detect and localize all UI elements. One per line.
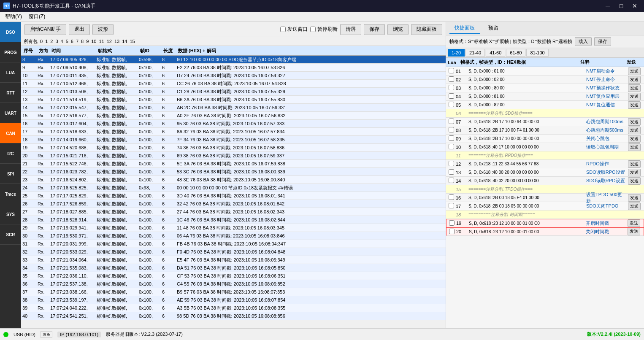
- table-row[interactable]: 35Rx.17:07:22.036.110,标准帧.数据帧,0x100,6CF …: [21, 272, 446, 280]
- lua-row[interactable]: 14S, D, 0x618 :40 02 20 00 00 00 00 00SD…: [446, 177, 644, 185]
- page-tab-1-20[interactable]: 1-20: [448, 49, 465, 57]
- clear-button[interactable]: 清屏: [340, 24, 361, 35]
- lua-row[interactable]: 19S, D, 0x618 :23 12 10 00 00 01 00 C0开启…: [446, 219, 644, 227]
- table-row[interactable]: 23Rx.17:07:16.524.802,标准帧.数据帧,0x100,648 …: [21, 176, 446, 184]
- table-row[interactable]: 8Rx.17:07:09.405.426,标准帧.数据帧,0x598,860 1…: [21, 56, 446, 64]
- table-row[interactable]: 24Rx.17:07:16.525.825,标准帧.数据帧,0x98,800 0…: [21, 184, 446, 192]
- table-row[interactable]: 20Rx.17:07:15.021.716,标准帧.数据帧,0x100,669 …: [21, 152, 446, 160]
- send-button-20[interactable]: 发送: [628, 228, 640, 235]
- table-row[interactable]: 39Rx.17:07:24.040.222,标准帧.数据帧,0x100,6A3 …: [21, 304, 446, 312]
- table-row[interactable]: 21Rx.17:07:15.522.746,标准帧.数据帧,0x100,65E …: [21, 160, 446, 168]
- table-row[interactable]: 37Rx.17:07:23.038.166,标准帧.数据帧,0x100,6B9 …: [21, 288, 446, 296]
- table-row[interactable]: 29Rx.17:07:19.029.941,标准帧.数据帧,0x100,611 …: [21, 224, 446, 232]
- sidebar-item-i2c[interactable]: I2C: [0, 143, 21, 164]
- table-row[interactable]: 25Rx.17:07:17.025.829,标准帧.数据帧,0x100,63D …: [21, 192, 446, 200]
- send-button-03[interactable]: 发送: [628, 84, 641, 92]
- pause-checkbox[interactable]: 暂停刷新: [310, 26, 338, 33]
- lua-row[interactable]: 10S, D, 0x618 :40 17 10 00 00 00 00 00读取…: [446, 143, 644, 151]
- lua-row[interactable]: 01S, D, 0x000 : 01 00NMT启动命令发送: [446, 67, 644, 76]
- minimize-button[interactable]: ─: [602, 2, 614, 10]
- tab-quick-panel[interactable]: 快捷面板: [449, 23, 480, 34]
- sidebar-item-lua[interactable]: LUA: [0, 62, 21, 83]
- table-row[interactable]: 33Rx.17:07:21.034.064,标准帧.数据帧,0x100,6E5 …: [21, 256, 446, 264]
- page-tab-61-80[interactable]: 61-80: [506, 49, 525, 57]
- lua-row[interactable]: 12S, D, 0x218 :11 22 33 44 55 66 77 88RP…: [446, 160, 644, 168]
- send-button-09[interactable]: 发送: [628, 135, 641, 143]
- table-row[interactable]: 30Rx.17:07:19.530.971,标准帧.数据帧,0x100,606 …: [21, 232, 446, 240]
- table-row[interactable]: 11Rx.17:07:10.512.466,标准帧.数据帧,0x100,6CC …: [21, 80, 446, 88]
- send-button-13[interactable]: 发送: [628, 169, 641, 176]
- lua-row[interactable]: 20S, D, 0x618 :23 12 10 00 00 01 00 00关闭…: [446, 227, 644, 236]
- table-row[interactable]: 40Rx.17:07:24.541.251,标准帧.数据帧,0x100,698 …: [21, 312, 446, 320]
- send-button-02[interactable]: 发送: [628, 76, 641, 84]
- table-row[interactable]: 9Rx.17:07:09.510.408,标准帧.数据帧,0x100,6E2 2…: [21, 64, 446, 72]
- table-row[interactable]: 12Rx.17:07:11.013.508,标准帧.数据帧,0x100,6C1 …: [21, 88, 446, 96]
- tab-reserved[interactable]: 预留: [483, 23, 503, 34]
- menu-window[interactable]: 窗口(Z): [25, 12, 49, 21]
- sidebar-item-sys[interactable]: SYS: [0, 204, 21, 224]
- send-button-10[interactable]: 发送: [628, 143, 641, 151]
- table-row[interactable]: 14Rx.17:07:12.015.547,标准帧.数据帧,0x100,6AB …: [21, 104, 446, 112]
- table-row[interactable]: 36Rx.17:07:22.537.138,标准帧.数据帧,0x100,6C4 …: [21, 280, 446, 288]
- page-tab-81-100[interactable]: 81-100: [526, 49, 548, 57]
- lua-row[interactable]: 13S, D, 0x618 :40 00 20 00 00 00 00 00SD…: [446, 168, 644, 177]
- lua-row[interactable]: 08S, D, 0x618 :2B 17 10 00 F4 01 00 00心跳…: [446, 126, 644, 135]
- send-button-12[interactable]: 发送: [628, 160, 641, 168]
- header-time: 时间: [50, 48, 96, 54]
- browse-button[interactable]: 浏览: [387, 24, 409, 35]
- sidebar-item-scr[interactable]: SCR: [0, 224, 21, 245]
- table-row[interactable]: 18Rx.17:07:14.019.660,标准帧.数据帧,0x100,67F …: [21, 136, 446, 144]
- table-row[interactable]: 19Rx.17:07:14.520.688,标准帧.数据帧,0x100,674 …: [21, 144, 446, 152]
- table-row[interactable]: 10Rx.17:07:10.011.435,标准帧.数据帧,0x100,6D7 …: [21, 72, 446, 80]
- lua-row[interactable]: 16S, D, 0x618 :2B 00 18 05 F4 01 00 00设置…: [446, 194, 644, 202]
- close-button[interactable]: ✕: [629, 2, 641, 10]
- table-row[interactable]: 34Rx.17:07:21.535.083,标准帧.数据帧,0x100,6DA …: [21, 264, 446, 272]
- send-button-19[interactable]: 发送: [628, 219, 640, 227]
- send-button-05[interactable]: 发送: [628, 101, 641, 109]
- send-window-checkbox[interactable]: 发送窗口: [280, 26, 308, 33]
- start-can-button[interactable]: 启动CAN助手: [24, 24, 66, 35]
- table-row[interactable]: 16Rx.17:07:13.017.604,标准帧.数据帧,0x100,695 …: [21, 120, 446, 128]
- send-button-08[interactable]: 发送: [628, 127, 641, 134]
- sidebar-item-trace[interactable]: Trace: [0, 184, 21, 204]
- hide-panel-button[interactable]: 隐藏面板: [411, 24, 442, 35]
- menu-help[interactable]: 帮助(Y): [2, 12, 25, 21]
- lua-row[interactable]: 05S, D, 0x000 : 82 00NMT复位通信发送: [446, 101, 644, 109]
- page-tab-21-40[interactable]: 21-40: [465, 49, 485, 57]
- load-button[interactable]: 载入: [575, 37, 592, 46]
- lua-row[interactable]: 17S, D, 0x618 :2B 00 18 05 00 00 00 00SD…: [446, 202, 644, 210]
- table-row[interactable]: 17Rx.17:07:13.518.633,标准帧.数据帧,0x100,68A …: [21, 128, 446, 136]
- table-row[interactable]: 26Rx.17:07:17.526.859,标准帧.数据帧,0x100,632 …: [21, 200, 446, 208]
- send-button-04[interactable]: 发送: [628, 93, 641, 100]
- sidebar-item-rtt[interactable]: RTT: [0, 83, 21, 103]
- table-row[interactable]: 22Rx.17:07:16.023.782,标准帧.数据帧,0x100,653 …: [21, 168, 446, 176]
- send-button-07[interactable]: 发送: [628, 118, 641, 126]
- sidebar-item-spi[interactable]: SPI: [0, 164, 21, 184]
- lua-row[interactable]: 02S, D, 0x000 : 02 00NMT停止命令发送: [446, 76, 644, 84]
- sidebar-item-prog[interactable]: PROG: [0, 42, 21, 62]
- lua-row[interactable]: 07S, D, 0x618 :2B 17 10 00 64 00 00 00心跳…: [446, 118, 644, 126]
- right-save-button[interactable]: 保存: [594, 37, 611, 46]
- page-tab-41-60[interactable]: 41-60: [486, 49, 505, 57]
- table-row[interactable]: 38Rx.17:07:23.539.197,标准帧.数据帧,0x100,6AE …: [21, 296, 446, 304]
- table-row[interactable]: 13Rx.17:07:11.514.519,标准帧.数据帧,0x100,6B6 …: [21, 96, 446, 104]
- lua-row[interactable]: 04S, D, 0x000 : 81 00NMT复位应用层发送: [446, 92, 644, 101]
- sidebar-item-dso[interactable]: DSO: [0, 22, 21, 42]
- table-row[interactable]: 27Rx.17:07:18.027.885,标准帧.数据帧,0x100,627 …: [21, 208, 446, 216]
- wave-button[interactable]: 波形: [92, 24, 114, 35]
- table-row[interactable]: 31Rx.17:07:20.031.999,标准帧.数据帧,0x100,6FB …: [21, 240, 446, 248]
- sidebar-item-uart[interactable]: UART: [0, 103, 21, 123]
- exit-button[interactable]: 退出: [69, 24, 90, 35]
- maximize-button[interactable]: □: [615, 2, 627, 10]
- lua-row[interactable]: 09S, D, 0x618 :2B 17 10 00 00 00 00 00关闭…: [446, 135, 644, 143]
- send-button-14[interactable]: 发送: [628, 177, 641, 185]
- table-row[interactable]: 15Rx.17:07:12.516.577,标准帧.数据帧,0x100,6A0 …: [21, 112, 446, 120]
- save-button[interactable]: 保存: [364, 24, 385, 35]
- sidebar-item-can[interactable]: CAN: [0, 123, 21, 143]
- send-button-17[interactable]: 发送: [628, 202, 641, 210]
- table-row[interactable]: 32Rx.17:07:20.533.029,标准帧.数据帧,0x100,6F0 …: [21, 248, 446, 256]
- send-button-16[interactable]: 发送: [628, 194, 641, 202]
- send-button-01[interactable]: 发送: [628, 67, 641, 75]
- lua-row[interactable]: 03S, D, 0x000 : 80 00NMT预操作状态发送: [446, 84, 644, 92]
- table-row[interactable]: 28Rx.17:07:18.528.914,标准帧.数据帧,0x100,61C …: [21, 216, 446, 224]
